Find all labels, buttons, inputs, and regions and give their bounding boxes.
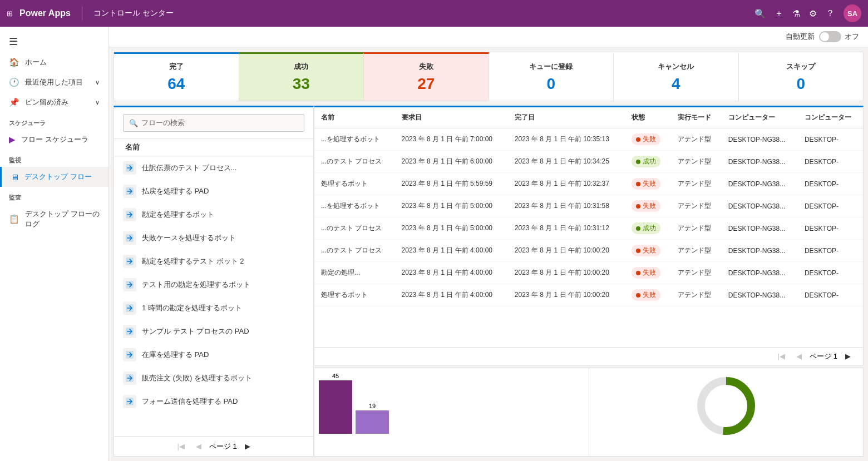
table-row[interactable]: 処理するボット 2023 年 8 月 1 日 午前 5:59:59 2023 年… (314, 173, 863, 195)
flow-list-item[interactable]: 勘定を処理するテスト ボット 2 (114, 250, 313, 273)
auto-refresh-label: 自動更新 (786, 32, 815, 42)
stat-card-skipped[interactable]: スキップ 0 (739, 52, 864, 101)
sidebar-item-flow-scheduler[interactable]: ▶ フロー スケジューラ (0, 130, 108, 150)
recent-icon: 🕐 (9, 77, 19, 87)
bar-chart-panel: 45 19 (314, 368, 589, 456)
cell-completed: 2023 年 8 月 1 日 午前 10:31:12 (508, 217, 625, 240)
sidebar-item-home[interactable]: 🏠 ホーム (0, 52, 108, 72)
table-first-page[interactable]: |◀ (775, 351, 788, 361)
cell-requested: 2023 年 8 月 1 日 午前 4:00:00 (395, 240, 508, 262)
cell-status: 失敗 (625, 128, 670, 151)
charts-row: 45 19 (314, 368, 864, 457)
stat-value-cancelled: 4 (625, 75, 727, 93)
flow-list-item[interactable]: 1 時間の勘定を処理するボット (114, 296, 313, 320)
table-prev-page[interactable]: ◀ (793, 351, 805, 361)
sidebar-item-pinned[interactable]: 📌 ピン留め済み ∨ (0, 92, 108, 112)
flow-list-item[interactable]: テスト用の勘定を処理するボット (114, 273, 313, 296)
flow-list-item[interactable]: 仕訳伝票のテスト プロセス... (114, 156, 313, 180)
table-row[interactable]: 勘定の処理... 2023 年 8 月 1 日 午前 4:00:00 2023 … (314, 262, 863, 284)
flow-list-panel: 🔍 フローの検索 名前 仕訳伝票のテスト プロセス... 払戻を処理する PAD (114, 106, 314, 457)
stat-card-queued[interactable]: キューに登録 0 (489, 52, 614, 101)
avatar[interactable]: SA (844, 4, 861, 22)
stat-value-skipped: 0 (750, 75, 852, 93)
status-dot (636, 204, 640, 209)
audit-section-label: 監査 (0, 187, 108, 204)
stats-row: 完了 64 成功 33 失敗 27 キューに登録 0 キャンセル 4 スキップ … (114, 52, 864, 101)
table-row[interactable]: ...のテスト プロセス 2023 年 8 月 1 日 午前 4:00:00 2… (314, 240, 863, 262)
cell-mode: アテンド型 (671, 128, 722, 151)
bar[interactable] (319, 380, 352, 434)
cell-mode: アテンド型 (671, 217, 722, 240)
flow-list-item[interactable]: 在庫を処理する PAD (114, 343, 313, 366)
cell-completed: 2023 年 8 月 1 日 午前 10:35:13 (508, 128, 625, 151)
flow-runs-table: 名前要求日完了日状態実行モードコンピューターコンピューター ...を処理するボッ… (314, 107, 863, 306)
sidebar-item-desktop-flow[interactable]: 🖥 デスクトップ フロー (0, 167, 108, 187)
grid-icon[interactable]: ⊞ (7, 9, 13, 18)
table-next-page[interactable]: ▶ (842, 351, 854, 361)
settings-icon[interactable]: ⚙ (809, 8, 817, 19)
pinned-expand-icon: ∨ (95, 99, 100, 106)
main-content: 自動更新 オフ 完了 64 成功 33 失敗 27 キューに登録 0 キャンセル… (109, 27, 868, 461)
cell-name: 処理するボット (314, 173, 395, 195)
table-row[interactable]: ...のテスト プロセス 2023 年 8 月 1 日 午前 6:00:00 2… (314, 151, 863, 173)
flow-item-icon (123, 231, 136, 245)
sidebar-item-desktop-flow-log[interactable]: 📋 デスクトップ フローのログ (0, 204, 108, 234)
topnav-divider (82, 7, 82, 20)
cell-status: 失敗 (625, 173, 670, 195)
table-row[interactable]: ...を処理するボット 2023 年 8 月 1 日 午前 5:00:00 20… (314, 195, 863, 217)
cell-computer: DESKTOP-NG38... (722, 195, 798, 217)
flow-icon-svg (125, 163, 134, 172)
next-page-button[interactable]: ▶ (241, 441, 254, 452)
flow-list-item[interactable]: フォーム送信を処理する PAD (114, 390, 313, 413)
stat-card-failed[interactable]: 失敗 27 (364, 52, 489, 101)
flow-item-icon (123, 208, 136, 221)
pin-icon: 📌 (9, 97, 19, 107)
cell-mode: アテンド型 (671, 195, 722, 217)
search-icon[interactable]: 🔍 (754, 8, 766, 19)
stat-card-success[interactable]: 成功 33 (239, 52, 364, 101)
stat-value-success: 33 (250, 75, 353, 93)
sidebar-desktop-flow-label: デスクトップ フロー (24, 172, 92, 182)
stat-card-completed[interactable]: 完了 64 (114, 52, 239, 101)
flow-search-bar: 🔍 フローの検索 (114, 107, 313, 139)
first-page-button[interactable]: |◀ (174, 441, 188, 452)
flow-icon-svg (125, 187, 134, 196)
flow-list-item[interactable]: 失敗ケースを処理するボット (114, 226, 313, 250)
prev-page-button[interactable]: ◀ (193, 441, 205, 452)
flow-list-item[interactable]: 払戻を処理する PAD (114, 180, 313, 203)
flow-list-item[interactable]: 勘定を処理するボット (114, 203, 313, 226)
cell-computer2: DESKTOP- (798, 195, 863, 217)
flow-icon-svg (125, 374, 134, 383)
flow-list-items: 仕訳伝票のテスト プロセス... 払戻を処理する PAD 勘定を処理するボット … (114, 156, 313, 436)
flow-item-name: 仕訳伝票のテスト プロセス... (142, 163, 236, 173)
hamburger-button[interactable]: ☰ (0, 31, 108, 52)
cell-requested: 2023 年 8 月 1 日 午前 4:00:00 (395, 262, 508, 284)
flow-item-icon (123, 348, 136, 361)
status-badge: 失敗 (632, 289, 660, 301)
cell-completed: 2023 年 8 月 1 日 午前 10:32:37 (508, 173, 625, 195)
flow-list-item[interactable]: サンプル テスト プロセスの PAD (114, 320, 313, 343)
sidebar-flow-scheduler-label: フロー スケジューラ (21, 135, 88, 145)
stat-card-cancelled[interactable]: キャンセル 4 (614, 52, 739, 101)
flow-item-name: 払戻を処理する PAD (142, 186, 209, 196)
add-icon[interactable]: ＋ (775, 8, 783, 19)
table-row[interactable]: ...のテスト プロセス 2023 年 8 月 1 日 午前 5:00:00 2… (314, 217, 863, 240)
auto-refresh-toggle[interactable] (819, 31, 841, 42)
help-icon[interactable]: ？ (826, 8, 835, 19)
flow-item-icon (123, 301, 136, 315)
filter-icon[interactable]: ⚗ (792, 8, 800, 19)
scheduler-section-label: スケジューラ (0, 112, 108, 130)
flow-search-input[interactable]: 🔍 フローの検索 (123, 114, 304, 132)
table-row[interactable]: ...を処理するボット 2023 年 8 月 1 日 午前 7:00:00 20… (314, 128, 863, 151)
status-dot (636, 271, 640, 275)
search-input-icon: 🔍 (129, 119, 138, 127)
table-row[interactable]: 処理するボット 2023 年 8 月 1 日 午前 4:00:00 2023 年… (314, 284, 863, 306)
cell-completed: 2023 年 8 月 1 日 午前 10:00:20 (508, 240, 625, 262)
sidebar-item-recent[interactable]: 🕐 最近使用した項目 ∨ (0, 72, 108, 92)
cell-computer: DESKTOP-NG38... (722, 284, 798, 306)
status-dot (636, 137, 640, 142)
stat-value-failed: 27 (375, 75, 477, 93)
bar[interactable] (356, 410, 389, 434)
flow-item-name: 1 時間の勘定を処理するボット (142, 303, 242, 313)
flow-list-item[interactable]: 販売注文 (失敗) を処理するボット (114, 366, 313, 390)
